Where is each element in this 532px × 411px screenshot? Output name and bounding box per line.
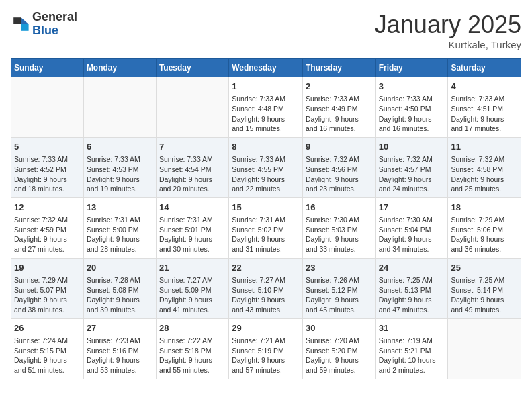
day-info-line: and 16 minutes. <box>379 124 445 134</box>
day-info-line: and 36 minutes. <box>451 244 518 255</box>
day-info-line: and 47 minutes. <box>379 305 445 315</box>
day-info-line: Sunset: 5:07 PM <box>14 285 81 295</box>
calendar-day-3: 3Sunrise: 7:33 AMSunset: 4:50 PMDaylight… <box>375 77 448 138</box>
day-number: 27 <box>87 322 153 334</box>
day-info-line: Sunrise: 7:26 AM <box>306 275 373 285</box>
day-info-line: Sunrise: 7:24 AM <box>14 336 81 346</box>
day-info-line: Daylight: 9 hours <box>87 175 153 185</box>
calendar-day-7: 7Sunrise: 7:33 AMSunset: 4:54 PMDaylight… <box>156 137 228 197</box>
svg-marker-0 <box>21 17 28 24</box>
day-info-line: and 41 minutes. <box>159 305 226 315</box>
calendar-day-1: 1Sunrise: 7:33 AMSunset: 4:48 PMDaylight… <box>229 77 303 138</box>
day-info-line: Daylight: 9 hours <box>451 175 518 185</box>
page-header: General Blue January 2025 Kurtkale, Turk… <box>11 11 521 50</box>
calendar-day-31: 31Sunrise: 7:19 AMSunset: 5:21 PMDayligh… <box>375 318 448 379</box>
day-number: 8 <box>232 141 300 153</box>
day-number: 18 <box>451 201 518 214</box>
day-number: 7 <box>159 141 226 153</box>
logo-text: General Blue <box>32 11 77 38</box>
day-info-line: Sunset: 5:12 PM <box>306 285 373 295</box>
day-info-line: Sunset: 5:19 PM <box>232 346 300 356</box>
day-info-line: Sunset: 4:50 PM <box>379 104 445 114</box>
calendar-week-row: 12Sunrise: 7:32 AMSunset: 4:59 PMDayligh… <box>11 197 521 258</box>
weekday-header-row: SundayMondayTuesdayWednesdayThursdayFrid… <box>11 59 521 77</box>
day-number: 25 <box>451 262 518 274</box>
day-info-line: and 43 minutes. <box>232 305 300 315</box>
calendar-day-9: 9Sunrise: 7:32 AMSunset: 4:56 PMDaylight… <box>302 137 375 197</box>
day-info-line: Sunrise: 7:33 AM <box>14 154 81 165</box>
day-info-line: Daylight: 9 hours <box>159 234 226 244</box>
day-info-line: Daylight: 9 hours <box>306 175 373 185</box>
day-info-line: Sunset: 5:00 PM <box>87 225 153 235</box>
day-info-line: Daylight: 9 hours <box>306 355 373 365</box>
day-info-line: Sunrise: 7:33 AM <box>232 154 300 165</box>
day-number: 28 <box>159 322 226 334</box>
day-number: 24 <box>379 262 445 274</box>
day-info-line: Sunrise: 7:25 AM <box>451 275 518 285</box>
calendar-day-13: 13Sunrise: 7:31 AMSunset: 5:00 PMDayligh… <box>83 197 156 258</box>
day-info-line: Daylight: 9 hours <box>379 175 445 185</box>
day-info-line: Sunrise: 7:28 AM <box>87 275 153 285</box>
day-info-line: Sunset: 5:04 PM <box>379 225 445 235</box>
day-info-line: Sunrise: 7:23 AM <box>87 336 153 346</box>
day-info-line: Sunrise: 7:31 AM <box>159 215 226 225</box>
day-info-line: Daylight: 9 hours <box>306 234 373 244</box>
day-info-line: and 59 minutes. <box>306 365 373 375</box>
calendar-day-29: 29Sunrise: 7:21 AMSunset: 5:19 PMDayligh… <box>229 318 303 379</box>
calendar-day-23: 23Sunrise: 7:26 AMSunset: 5:12 PMDayligh… <box>302 258 375 318</box>
day-info-line: and 18 minutes. <box>14 184 81 194</box>
day-info-line: Daylight: 9 hours <box>87 234 153 244</box>
calendar-week-row: 19Sunrise: 7:29 AMSunset: 5:07 PMDayligh… <box>11 258 521 318</box>
calendar-empty-cell <box>156 77 228 138</box>
day-number: 12 <box>14 201 81 214</box>
svg-marker-1 <box>21 24 28 31</box>
day-info-line: Daylight: 10 hours <box>379 355 445 365</box>
weekday-header-wednesday: Wednesday <box>229 59 303 77</box>
day-info-line: Sunrise: 7:33 AM <box>87 154 153 165</box>
day-info-line: Daylight: 9 hours <box>14 175 81 185</box>
calendar-empty-cell <box>83 77 156 138</box>
calendar-day-28: 28Sunrise: 7:22 AMSunset: 5:18 PMDayligh… <box>156 318 228 379</box>
day-info-line: and 16 minutes. <box>306 124 373 134</box>
svg-marker-2 <box>13 17 21 24</box>
day-number: 3 <box>379 81 445 93</box>
day-info-line: and 2 minutes. <box>379 365 445 375</box>
day-info-line: and 30 minutes. <box>159 244 226 255</box>
location: Kurtkale, Turkey <box>375 39 521 50</box>
calendar-day-12: 12Sunrise: 7:32 AMSunset: 4:59 PMDayligh… <box>11 197 84 258</box>
day-info-line: and 55 minutes. <box>159 365 226 375</box>
day-info-line: Sunset: 5:01 PM <box>159 225 226 235</box>
day-info-line: and 31 minutes. <box>232 244 300 255</box>
calendar-day-24: 24Sunrise: 7:25 AMSunset: 5:13 PMDayligh… <box>375 258 448 318</box>
day-number: 2 <box>306 81 373 93</box>
day-info-line: and 22 minutes. <box>232 184 300 194</box>
day-info-line: Sunrise: 7:27 AM <box>232 275 300 285</box>
calendar-day-16: 16Sunrise: 7:30 AMSunset: 5:03 PMDayligh… <box>302 197 375 258</box>
calendar-day-2: 2Sunrise: 7:33 AMSunset: 4:49 PMDaylight… <box>302 77 375 138</box>
day-info-line: Sunset: 5:06 PM <box>451 225 518 235</box>
title-block: January 2025 Kurtkale, Turkey <box>375 11 521 50</box>
day-info-line: Daylight: 9 hours <box>232 355 300 365</box>
day-info-line: Daylight: 9 hours <box>159 355 226 365</box>
day-number: 10 <box>379 141 445 153</box>
calendar-day-25: 25Sunrise: 7:25 AMSunset: 5:14 PMDayligh… <box>448 258 521 318</box>
day-info-line: Sunrise: 7:30 AM <box>306 215 373 225</box>
weekday-header-monday: Monday <box>83 59 156 77</box>
day-info-line: Daylight: 9 hours <box>14 355 81 365</box>
day-info-line: and 57 minutes. <box>232 365 300 375</box>
day-info-line: Daylight: 9 hours <box>232 175 300 185</box>
day-info-line: Daylight: 9 hours <box>306 114 373 124</box>
calendar-day-4: 4Sunrise: 7:33 AMSunset: 4:51 PMDaylight… <box>448 77 521 138</box>
day-number: 15 <box>232 201 300 214</box>
calendar-day-26: 26Sunrise: 7:24 AMSunset: 5:15 PMDayligh… <box>11 318 84 379</box>
logo-blue: Blue <box>32 24 58 37</box>
day-number: 19 <box>14 262 81 274</box>
day-number: 22 <box>232 262 300 274</box>
day-info-line: Daylight: 9 hours <box>14 295 81 305</box>
weekday-header-saturday: Saturday <box>448 59 521 77</box>
day-info-line: Sunset: 5:14 PM <box>451 285 518 295</box>
calendar-day-20: 20Sunrise: 7:28 AMSunset: 5:08 PMDayligh… <box>83 258 156 318</box>
logo-general: General <box>32 10 77 24</box>
day-info-line: Sunrise: 7:29 AM <box>451 215 518 225</box>
calendar-day-11: 11Sunrise: 7:32 AMSunset: 4:58 PMDayligh… <box>448 137 521 197</box>
